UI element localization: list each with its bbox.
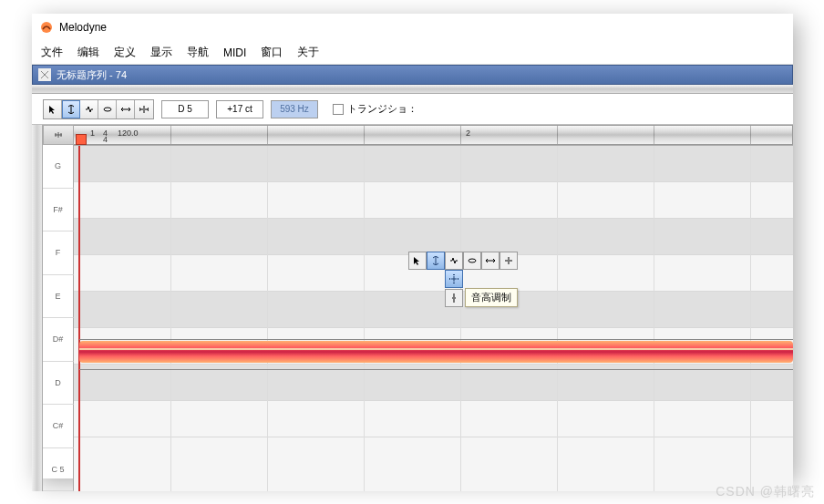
playhead-marker[interactable] xyxy=(76,134,87,145)
cm-separation-tool[interactable] xyxy=(500,252,518,270)
piano-column: G F# F E D# D C# C 5 xyxy=(43,145,74,491)
cents-display: +17 ct xyxy=(216,100,263,118)
formant-tool-button[interactable] xyxy=(80,100,98,118)
tool-group-main xyxy=(43,99,154,119)
menu-about[interactable]: 关于 xyxy=(297,45,319,60)
piano-key-fsharp[interactable]: F# xyxy=(43,189,74,232)
document-header: 无标题序列 - 74 xyxy=(32,65,793,85)
piano-key-dsharp[interactable]: D# xyxy=(43,318,74,362)
playhead-line xyxy=(78,146,80,491)
note-grid[interactable] xyxy=(74,145,793,491)
piano-key-c5[interactable]: C 5 xyxy=(43,448,74,492)
ruler-track[interactable]: 1 4 4 120.0 2 xyxy=(74,125,793,145)
pitch-tool-button[interactable] xyxy=(62,100,80,118)
cm-amplitude-tool[interactable] xyxy=(463,252,481,270)
transition-label: トランジショ： xyxy=(347,102,417,116)
app-logo-icon xyxy=(39,20,54,35)
piano-key-f[interactable]: F xyxy=(43,231,74,275)
note-blob-d5[interactable] xyxy=(79,339,793,370)
timeline-ruler: 1 4 4 120.0 2 xyxy=(43,125,793,145)
quantize-icon xyxy=(53,129,64,140)
cm-pitch-mod-tool[interactable] xyxy=(445,270,463,288)
document-title: 无标题序列 - 74 xyxy=(57,68,127,82)
svg-point-0 xyxy=(41,22,52,33)
app-title: Melodyne xyxy=(59,21,107,34)
svg-point-3 xyxy=(469,259,476,262)
amplitude-tool-button[interactable] xyxy=(98,100,117,118)
context-tooltip: 音高调制 xyxy=(465,288,518,307)
bar-label-1: 1 xyxy=(90,129,95,138)
menu-bar: 文件 编辑 定义 显示 导航 MIDI 窗口 关于 xyxy=(32,41,793,65)
menu-navigate[interactable]: 导航 xyxy=(187,45,209,60)
arrow-tool-button[interactable] xyxy=(44,100,62,118)
menu-window[interactable]: 窗口 xyxy=(261,45,283,60)
separation-tool-button[interactable] xyxy=(135,100,153,118)
piano-key-csharp[interactable]: C# xyxy=(43,405,74,448)
toolbar: D 5 +17 ct 593 Hz トランジショ： xyxy=(32,94,793,125)
transition-checkbox-wrap: トランジショ： xyxy=(333,102,417,116)
cm-timing-tool[interactable] xyxy=(481,252,500,270)
context-tool-menu: 音高调制 xyxy=(408,252,518,307)
ruler-corner xyxy=(43,125,74,145)
piano-key-e[interactable]: E xyxy=(43,275,74,319)
menu-midi[interactable]: MIDI xyxy=(223,46,246,59)
watermark: CSDN @韩曙亮 xyxy=(716,484,815,500)
document-icon xyxy=(38,68,51,81)
freq-display: 593 Hz xyxy=(271,100,318,118)
cm-pitch-tool[interactable] xyxy=(427,252,445,270)
menu-edit[interactable]: 编辑 xyxy=(77,45,99,60)
cm-pitch-drift-tool[interactable] xyxy=(445,289,463,307)
menu-define[interactable]: 定义 xyxy=(114,45,136,60)
title-bar: Melodyne xyxy=(32,14,793,41)
timing-tool-button[interactable] xyxy=(117,100,135,118)
transition-checkbox[interactable] xyxy=(333,104,344,115)
tsig-den: 4 xyxy=(103,135,108,144)
cm-arrow-tool[interactable] xyxy=(408,252,427,270)
decorative-strip-top xyxy=(32,85,793,94)
tempo-label: 120.0 xyxy=(118,129,139,138)
menu-display[interactable]: 显示 xyxy=(150,45,172,60)
piano-key-d[interactable]: D xyxy=(43,362,74,406)
piano-key-g[interactable]: G xyxy=(43,145,74,189)
bar-label-2: 2 xyxy=(466,129,470,138)
left-gutter xyxy=(32,125,43,491)
cm-formant-tool[interactable] xyxy=(445,252,463,270)
menu-file[interactable]: 文件 xyxy=(41,45,63,60)
note-display: D 5 xyxy=(161,100,209,118)
svg-point-2 xyxy=(104,108,111,111)
